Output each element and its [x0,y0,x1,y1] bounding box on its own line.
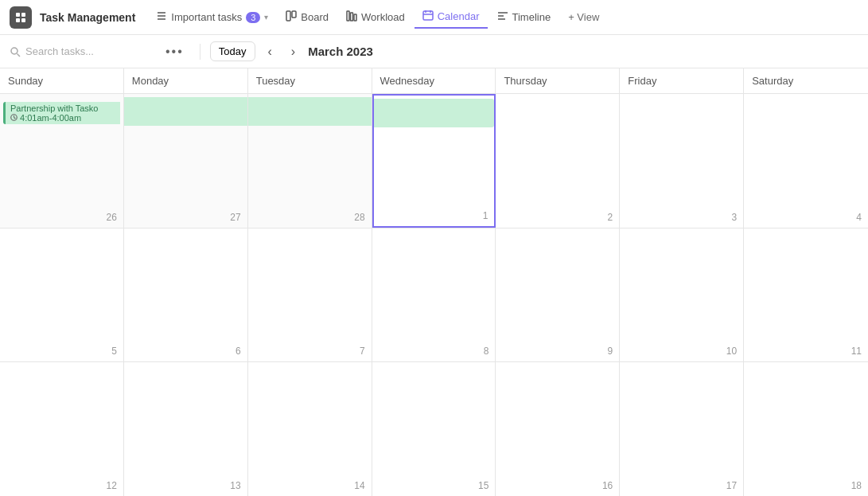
day-cell-3[interactable]: 3 [620,94,744,228]
add-view-label: + View [568,11,599,23]
divider [200,44,200,60]
nav-label-important-tasks: Important tasks [171,11,242,23]
day-cell-2[interactable]: 2 [496,94,620,228]
nav-controls: Today ‹ › March 2023 [210,41,373,62]
list-icon [156,10,167,24]
svg-rect-2 [16,18,20,22]
day-number-14: 14 [354,480,364,491]
day-cell-9[interactable]: 9 [496,228,620,362]
nav-label-board: Board [301,11,329,23]
day-cell-12[interactable]: 12 [0,362,124,496]
nav-item-timeline[interactable]: Timeline [489,6,559,28]
day-number-2: 2 [608,212,613,223]
calendar: Sunday Monday Tuesday Wednesday Thursday… [0,68,868,496]
day-cell-5[interactable]: 5 [0,228,124,362]
day-cell-10[interactable]: 10 [620,228,744,362]
day-cell-16[interactable]: 16 [496,362,620,496]
day-cell-28[interactable]: 28 [248,94,372,228]
day-number-3: 3 [731,212,737,223]
workload-icon [346,10,357,24]
day-number-1: 1 [483,210,488,221]
day-number-13: 13 [230,480,240,491]
nav-item-important-tasks[interactable]: Important tasks 3 ▾ [148,6,276,28]
svg-rect-1 [21,13,25,17]
day-number-9: 9 [608,346,613,357]
event-time: 4:01am-4:00am [10,113,115,123]
day-number-15: 15 [478,480,488,491]
day-number-12: 12 [106,480,116,491]
day-cell-17[interactable]: 17 [620,362,744,496]
week-row-1: Partnership with Tasko 4:01am-4:00am 26 … [0,94,868,228]
event-span-wednesday-end [374,99,495,127]
day-number-8: 8 [484,346,489,357]
nav-item-calendar[interactable]: Calendar [415,6,488,29]
today-button[interactable]: Today [210,41,255,61]
calendar-body: Partnership with Tasko 4:01am-4:00am 26 … [0,94,868,496]
more-options-button[interactable]: ••• [159,41,190,62]
search-placeholder: Search tasks... [25,45,94,57]
day-number-5: 5 [111,346,117,357]
day-cell-27[interactable]: 27 [124,94,248,228]
day-header-monday: Monday [124,68,248,93]
day-header-sunday: Sunday [0,68,124,93]
day-number-7: 7 [360,346,365,357]
event-title: Partnership with Tasko [10,103,115,113]
day-cell-15[interactable]: 15 [372,362,496,496]
day-header-thursday: Thursday [496,68,620,93]
day-number-18: 18 [851,480,862,491]
svg-rect-7 [286,11,290,21]
day-cell-11[interactable]: 11 [744,228,868,362]
svg-point-19 [11,48,18,54]
day-number-17: 17 [726,480,737,491]
week-row-3: 12 13 14 15 16 17 18 [0,362,868,496]
nav-badge-important-tasks: 3 [246,12,260,23]
day-cell-7[interactable]: 7 [248,228,372,362]
prev-button[interactable]: ‹ [262,41,278,62]
svg-rect-3 [21,18,25,22]
nav-label-workload: Workload [361,11,405,23]
day-cell-26[interactable]: Partnership with Tasko 4:01am-4:00am 26 [0,94,124,228]
add-view-button[interactable]: + View [560,7,607,27]
day-number-27: 27 [230,212,240,223]
nav-items: Important tasks 3 ▾ Board [148,6,858,29]
day-number-16: 16 [602,480,613,491]
top-bar: Task Management Important tasks 3 ▾ [0,0,868,35]
day-header-tuesday: Tuesday [248,68,372,93]
svg-rect-0 [16,13,20,17]
svg-rect-11 [354,14,356,21]
day-number-10: 10 [726,346,737,357]
nav-item-board[interactable]: Board [278,6,337,28]
svg-line-20 [18,53,21,57]
search-area[interactable]: Search tasks... [10,45,153,57]
day-cell-18[interactable]: 18 [744,362,868,496]
event-bar-start: Partnership with Tasko 4:01am-4:00am [3,102,120,124]
event-span-tuesday [248,97,372,126]
day-cell-14[interactable]: 14 [248,362,372,496]
day-cell-8[interactable]: 8 [372,228,496,362]
svg-line-23 [14,118,16,119]
day-header-wednesday: Wednesday [372,68,496,93]
day-number-26: 26 [106,212,116,223]
day-number-28: 28 [354,212,364,223]
event-span-monday [124,97,247,126]
day-number-4: 4 [856,212,862,223]
app-icon [10,6,32,29]
clock-icon [10,114,18,121]
day-cell-4[interactable]: 4 [744,94,868,228]
search-icon [10,46,21,57]
month-year-label: March 2023 [308,45,373,58]
calendar-icon [422,10,434,23]
nav-item-workload[interactable]: Workload [338,6,413,28]
day-cell-13[interactable]: 13 [124,362,248,496]
svg-rect-9 [347,11,349,21]
toolbar: Search tasks... ••• Today ‹ › March 2023 [0,35,868,68]
day-cell-6[interactable]: 6 [124,228,248,362]
day-cell-1[interactable]: 1 [372,94,496,228]
day-header-saturday: Saturday [744,68,868,93]
svg-rect-10 [351,13,353,21]
next-button[interactable]: › [285,41,302,62]
svg-rect-12 [423,11,433,20]
board-icon [286,10,297,24]
nav-label-calendar: Calendar [438,10,480,22]
day-header-friday: Friday [620,68,744,93]
